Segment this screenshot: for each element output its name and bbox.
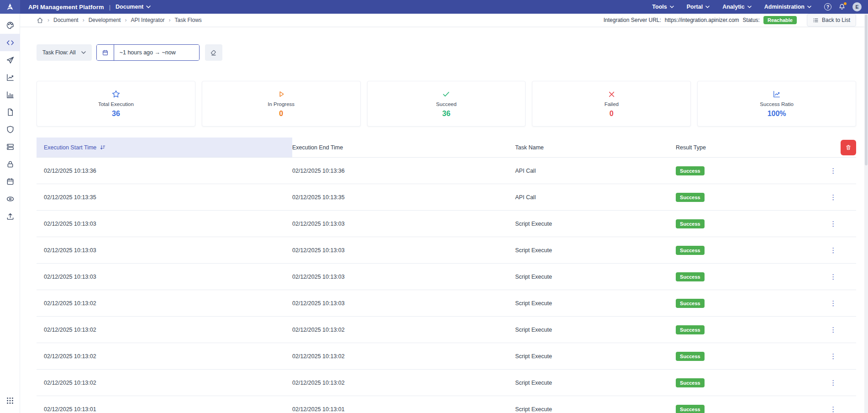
delete-executions-button[interactable]	[841, 140, 856, 155]
cell-execution-start-time: 02/12/2025 10:13:02	[37, 327, 292, 333]
table-row[interactable]: 02/12/2025 10:13:02 02/12/2025 10:13:02 …	[37, 370, 856, 396]
table-row[interactable]: 02/12/2025 10:13:03 02/12/2025 10:13:03 …	[37, 211, 856, 237]
column-header-task-name[interactable]: Task Name	[515, 144, 676, 151]
trash-icon	[845, 144, 852, 151]
date-range-input[interactable]	[114, 45, 199, 60]
row-menu-button[interactable]: ⋮	[827, 351, 839, 361]
menu-portal[interactable]: Portal	[687, 4, 710, 10]
cell-execution-start-time: 02/12/2025 10:13:03	[37, 247, 292, 254]
star-icon	[112, 90, 120, 99]
column-header-execution-start-time[interactable]: Execution Start Time	[37, 138, 292, 157]
cell-result-type: Success	[676, 325, 810, 334]
row-menu-button[interactable]: ⋮	[827, 192, 839, 202]
notifications-button[interactable]	[838, 3, 846, 11]
sidebar-item-export[interactable]	[0, 207, 20, 225]
table-row[interactable]: 02/12/2025 10:13:02 02/12/2025 10:13:02 …	[37, 343, 856, 370]
palette-icon	[6, 21, 15, 30]
main-area: › Document › Development › API Integrato…	[20, 14, 868, 413]
cell-actions: ⋮	[810, 245, 856, 255]
stat-value: 0	[610, 110, 614, 118]
menu-analytic-label: Analytic	[722, 4, 745, 10]
row-menu-button[interactable]: ⋮	[827, 298, 839, 308]
back-to-list-button[interactable]: Back to List	[807, 14, 856, 26]
row-menu-button[interactable]: ⋮	[827, 165, 839, 176]
sidebar-item-code-active[interactable]	[0, 34, 20, 51]
cell-execution-end-time: 02/12/2025 10:13:01	[292, 406, 515, 413]
home-icon[interactable]	[37, 17, 43, 24]
stat-value: 36	[442, 110, 451, 118]
sidebar-item-documents[interactable]	[0, 103, 20, 121]
sidebar-item-send[interactable]	[0, 51, 20, 69]
vertical-scrollbar	[864, 14, 868, 413]
sidebar-item-servers[interactable]	[0, 138, 20, 155]
sidebar-item-statistics[interactable]	[0, 86, 20, 103]
result-badge: Success	[676, 246, 705, 255]
column-header-execution-end-time[interactable]: Execution End Time	[292, 144, 515, 151]
calendar-picker-button[interactable]	[97, 45, 114, 60]
module-switcher-label: Document	[116, 4, 143, 10]
sidebar-item-palette[interactable]	[0, 16, 20, 34]
send-icon	[6, 56, 15, 64]
page: API Management Platform | Document Tools…	[0, 0, 868, 413]
row-menu-button[interactable]: ⋮	[827, 245, 839, 255]
cell-result-type: Success	[676, 246, 810, 255]
clear-filters-button[interactable]	[205, 44, 222, 61]
cell-execution-start-time: 02/12/2025 10:13:02	[37, 380, 292, 386]
sidebar-item-monitor[interactable]	[0, 190, 20, 207]
date-range-group	[96, 44, 200, 61]
row-menu-button[interactable]: ⋮	[827, 377, 839, 388]
menu-analytic[interactable]: Analytic	[722, 4, 752, 10]
table-row[interactable]: 02/12/2025 10:13:02 02/12/2025 10:13:03 …	[37, 290, 856, 317]
cell-task-name: Script Execute	[515, 380, 676, 386]
table-row[interactable]: 02/12/2025 10:13:02 02/12/2025 10:13:02 …	[37, 317, 856, 343]
menu-administration-label: Administration	[764, 4, 805, 10]
table-row[interactable]: 02/12/2025 10:13:36 02/12/2025 10:13:36 …	[37, 158, 856, 184]
sidebar-item-analytics[interactable]	[0, 69, 20, 86]
table-row[interactable]: 02/12/2025 10:13:03 02/12/2025 10:13:03 …	[37, 264, 856, 290]
breadcrumb-item-task-flows[interactable]: Task Flows	[174, 17, 201, 23]
stat-label: Failed	[605, 101, 619, 107]
stat-card-failed: Failed 0	[532, 81, 691, 127]
task-flow-select[interactable]: Task Flow: All	[37, 44, 92, 61]
table-row[interactable]: 02/12/2025 10:13:03 02/12/2025 10:13:03 …	[37, 237, 856, 264]
topbar-icons: ? E	[824, 2, 862, 11]
table-row[interactable]: 02/12/2025 10:13:01 02/12/2025 10:13:01 …	[37, 396, 856, 413]
breadcrumb-item-api-integrator[interactable]: API Integrator	[131, 17, 164, 23]
chevron-down-icon	[807, 5, 811, 8]
help-icon[interactable]: ?	[824, 3, 831, 11]
table-row[interactable]: 02/12/2025 10:13:35 02/12/2025 10:13:35 …	[37, 184, 856, 211]
server-status-area: Integration Server URL: https://integrat…	[604, 14, 856, 26]
sidebar-item-credentials[interactable]	[0, 155, 20, 173]
column-header-label: Execution Start Time	[44, 144, 96, 151]
module-switcher[interactable]: Document	[116, 4, 151, 10]
chart-line-icon	[6, 73, 15, 82]
stat-value: 0	[279, 110, 283, 118]
cell-execution-end-time: 02/12/2025 10:13:02	[292, 380, 515, 386]
content: Task Flow: All	[20, 27, 868, 413]
notification-dot	[844, 2, 847, 5]
status-badge: Reachable	[763, 16, 797, 24]
app-logo[interactable]	[0, 0, 20, 14]
cell-execution-end-time: 02/12/2025 10:13:03	[292, 247, 515, 254]
row-menu-button[interactable]: ⋮	[827, 218, 839, 229]
code-icon	[6, 38, 15, 47]
row-menu-button[interactable]: ⋮	[827, 404, 839, 413]
table-header: Execution Start Time Execution End Time …	[37, 138, 856, 158]
row-menu-button[interactable]: ⋮	[827, 324, 839, 335]
column-header-result-type[interactable]: Result Type	[676, 144, 810, 151]
menu-tools[interactable]: Tools	[652, 4, 673, 10]
row-menu-button[interactable]: ⋮	[827, 271, 839, 282]
table-header-actions	[810, 140, 856, 155]
sidebar-item-apps[interactable]	[0, 392, 20, 409]
user-avatar[interactable]: E	[852, 2, 862, 11]
cell-execution-start-time: 02/12/2025 10:13:01	[37, 406, 292, 413]
cell-result-type: Success	[676, 378, 810, 387]
sidebar-item-schedule[interactable]	[0, 173, 20, 190]
menu-tools-label: Tools	[652, 4, 667, 10]
breadcrumb-item-document[interactable]: Document	[53, 17, 79, 23]
result-badge: Success	[676, 272, 705, 281]
sidebar-item-security[interactable]	[0, 121, 20, 138]
breadcrumb-item-development[interactable]: Development	[89, 17, 121, 23]
menu-administration[interactable]: Administration	[764, 4, 811, 10]
scrollbar-thumb[interactable]	[865, 15, 868, 165]
